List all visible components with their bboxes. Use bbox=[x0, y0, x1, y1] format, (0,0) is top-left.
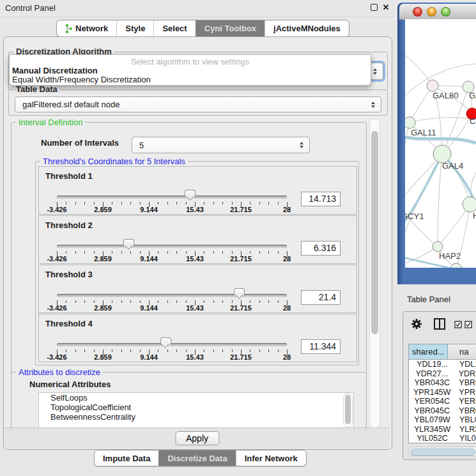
slider-tick bbox=[75, 349, 76, 352]
table-row[interactable]: YDL19...YDL1 bbox=[409, 360, 476, 369]
column-header-name[interactable]: na bbox=[448, 344, 476, 359]
tab-style[interactable]: Style bbox=[116, 20, 153, 36]
slider-tick bbox=[186, 251, 187, 254]
tab-impute-data[interactable]: Impute Data bbox=[95, 450, 158, 466]
control-panel-tabs: NetworkStyleSelectCyni ToolboxjActiveMNo… bbox=[56, 20, 349, 37]
node-green-left[interactable] bbox=[405, 117, 415, 128]
combo-stepper-icon bbox=[373, 68, 377, 75]
attribute-list-item[interactable]: TopologicalCoefficient bbox=[39, 403, 353, 412]
threshold-slider-track[interactable] bbox=[57, 294, 287, 297]
checkbox-checked-icon[interactable] bbox=[464, 321, 472, 328]
threshold-slider-thumb[interactable] bbox=[160, 337, 171, 345]
slider-tick bbox=[167, 349, 168, 352]
apply-button[interactable]: Apply bbox=[175, 431, 219, 445]
close-traffic-light-icon[interactable] bbox=[413, 7, 422, 17]
number-of-intervals-label: Number of Intervals bbox=[41, 138, 119, 148]
threshold-label: Threshold 1 bbox=[45, 171, 93, 181]
tab-network[interactable]: Network bbox=[57, 20, 116, 36]
slider-tick bbox=[112, 349, 112, 352]
slider-tick bbox=[167, 251, 168, 254]
threshold-slider-track[interactable] bbox=[57, 245, 287, 248]
slider-tick-label: 15.43 bbox=[186, 304, 204, 312]
control-panel-title: Control Panel bbox=[5, 3, 56, 13]
slider-tick bbox=[250, 349, 250, 352]
slider-tick bbox=[232, 202, 233, 204]
slider-tick-label: 9.144 bbox=[140, 255, 158, 263]
zoom-traffic-light-icon[interactable] bbox=[441, 7, 450, 17]
table-row[interactable]: YIL052CYIL0 bbox=[409, 434, 476, 443]
node-right-h[interactable] bbox=[463, 197, 476, 212]
tab-infer-network[interactable]: Infer Network bbox=[236, 450, 306, 466]
algorithm-option-manual[interactable]: Manual Discretization bbox=[12, 66, 98, 75]
table-row[interactable]: YBL079WYBL0 bbox=[409, 415, 476, 425]
slider-tick bbox=[94, 349, 95, 352]
algorithm-placeholder-option[interactable]: Select algorithm to view settings bbox=[10, 57, 371, 66]
number-of-intervals-combobox[interactable]: 5 bbox=[132, 137, 310, 153]
number-of-intervals-value: 5 bbox=[132, 141, 300, 150]
table-row[interactable]: YER054CYER0 bbox=[409, 397, 476, 406]
network-window-titlebar[interactable] bbox=[399, 4, 476, 20]
attributes-list-scrollbar[interactable] bbox=[343, 393, 353, 427]
slider-tick bbox=[121, 202, 122, 204]
table-horizontal-scrollbar[interactable] bbox=[408, 447, 476, 456]
slider-tick-label: 9.144 bbox=[140, 353, 158, 361]
slider-tick bbox=[140, 202, 141, 204]
table-row[interactable]: YBR043CYBR0 bbox=[409, 378, 476, 388]
node-bottom[interactable] bbox=[450, 263, 462, 268]
slider-tick bbox=[222, 202, 223, 204]
threshold-slider-thumb[interactable] bbox=[185, 190, 196, 197]
threshold-block-1: Threshold 1-3.4262.8599.14415.4321.71528… bbox=[38, 166, 357, 215]
tab-discretize-data[interactable]: Discretize Data bbox=[158, 450, 235, 466]
slider-tick bbox=[94, 202, 95, 204]
slider-tick bbox=[66, 202, 66, 204]
threshold-value-field[interactable]: 14.713 bbox=[301, 192, 341, 206]
node-pink[interactable] bbox=[427, 80, 438, 91]
tab-jactivemnodules[interactable]: jActiveMNodules bbox=[265, 20, 349, 36]
algorithm-option-equal-width[interactable]: Equal Width/Frequency Discretization bbox=[12, 75, 151, 84]
column-header-shared-name[interactable]: shared... bbox=[409, 344, 448, 359]
numerical-attributes-label: Numerical Attributes bbox=[29, 380, 111, 389]
threshold-slider-track[interactable] bbox=[57, 343, 287, 346]
slider-tick bbox=[75, 251, 76, 254]
threshold-slider-thumb[interactable] bbox=[234, 288, 245, 296]
split-columns-icon[interactable] bbox=[433, 318, 446, 330]
slider-tick bbox=[213, 202, 214, 204]
slider-tick bbox=[121, 251, 122, 254]
settings-scrollbar[interactable] bbox=[369, 119, 380, 428]
gear-icon[interactable] bbox=[411, 318, 422, 330]
slider-tick bbox=[213, 300, 214, 303]
tab-select[interactable]: Select bbox=[153, 20, 195, 36]
slider-tick bbox=[259, 300, 260, 303]
slider-tick-label: 2.859 bbox=[94, 304, 112, 312]
node-gal4[interactable] bbox=[433, 145, 451, 163]
slider-tick bbox=[140, 300, 141, 303]
threshold-slider-track[interactable] bbox=[57, 196, 287, 199]
table-row[interactable]: YLR345WYLR3 bbox=[409, 425, 476, 434]
apply-strip: Apply bbox=[4, 427, 390, 449]
attribute-list-item[interactable]: BetweennessCentrality bbox=[39, 412, 353, 422]
checkbox-checked-icon[interactable] bbox=[454, 321, 462, 328]
threshold-block-4: Threshold 4-3.4262.8599.14415.4321.71528… bbox=[38, 314, 357, 362]
slider-tick bbox=[121, 349, 122, 352]
node-label-gal80: GAL80 bbox=[433, 91, 458, 100]
screen: Control Panel ✕ NetworkStyleSelectCyni T… bbox=[0, 0, 476, 476]
attribute-list-item[interactable]: SelfLoops bbox=[39, 393, 353, 403]
minimize-traffic-light-icon[interactable] bbox=[427, 7, 436, 17]
table-row[interactable]: YDR27...YDR2 bbox=[409, 369, 476, 379]
node-label-ga: GA bbox=[469, 91, 476, 100]
close-icon[interactable]: ✕ bbox=[381, 3, 390, 12]
table-panel-title: Table Panel bbox=[407, 295, 450, 304]
node-label-gcy1: GCY1 bbox=[405, 211, 424, 221]
table-data-combobox[interactable]: galFiltered.sif default node bbox=[15, 96, 381, 112]
threshold-value-field[interactable]: 6.316 bbox=[301, 241, 341, 256]
threshold-slider-thumb[interactable] bbox=[123, 239, 134, 247]
table-row[interactable]: YPR145WYPR1 bbox=[409, 388, 476, 397]
threshold-label: Threshold 2 bbox=[45, 220, 93, 230]
network-canvas[interactable]: GAL80GACGAL11GAL4GCY1HHAP2 bbox=[405, 19, 476, 268]
node-hap2[interactable] bbox=[433, 242, 443, 252]
table-row[interactable]: YBR045CYBR0 bbox=[409, 406, 476, 416]
threshold-value-field[interactable]: 11.344 bbox=[301, 339, 341, 354]
float-window-icon[interactable] bbox=[369, 3, 378, 12]
tab-cyni-toolbox[interactable]: Cyni Toolbox bbox=[196, 20, 265, 36]
threshold-value-field[interactable]: 21.4 bbox=[301, 290, 341, 305]
